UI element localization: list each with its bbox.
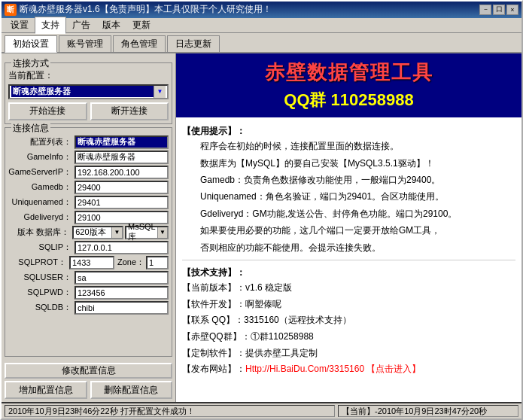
sqluser-value[interactable]: sa xyxy=(74,271,169,285)
tech-row-label: 【发布网站】： xyxy=(182,361,245,378)
stop-connect-button[interactable]: 断开连接 xyxy=(90,102,169,120)
usage-line: 数据库为【MySQL】的要自己安装【MySQL3.5.1驱动】！ xyxy=(182,156,515,171)
sqldb-value[interactable]: chibi xyxy=(74,301,169,315)
tech-row: 【定制软件】：提供赤壁工具定制 xyxy=(182,345,515,362)
window-title: 断魂赤壁服务器v1.6【免责声明】本工具仅限于个人研究使用！ xyxy=(20,3,479,16)
tab-log[interactable]: 日志更新 xyxy=(167,35,220,52)
current-config-row: 当前配置： xyxy=(8,69,169,82)
delete-config-button[interactable]: 删除配置信息 xyxy=(90,381,173,399)
menu-settings[interactable]: 设置 xyxy=(5,17,35,33)
tab-character[interactable]: 角色管理 xyxy=(113,35,166,52)
tech-row: 【发布网站】：Http://Hi.BaiDu.Com/3315160 【点击进入… xyxy=(182,361,515,378)
status-bar: 2010年10月9日23时46分22秒 打开配置文件成功！ 【当前】-2010年… xyxy=(2,402,521,418)
menu-update[interactable]: 更新 xyxy=(126,17,157,33)
config-select-value: 断魂赤壁服务器 xyxy=(11,86,154,97)
conn-type-title: 连接方式 xyxy=(11,57,50,70)
tech-row-value: v1.6 稳定版 xyxy=(245,280,292,297)
db-value: MsSQL库 xyxy=(126,222,157,242)
divider xyxy=(182,260,515,260)
config-list-label: 配置列表： xyxy=(8,136,74,148)
close-button[interactable]: × xyxy=(506,5,518,15)
tab-account[interactable]: 账号管理 xyxy=(59,35,111,52)
uniquenamed-value[interactable]: 29401 xyxy=(74,196,169,209)
menu-bar: 设置 支持 广告 版本 更新 xyxy=(2,18,521,33)
main-content: 连接方式 当前配置： 断魂赤壁服务器 ▼ 开始连接 断开连接 xyxy=(2,53,521,402)
tech-row: 【当前版本】：v1.6 稳定版 xyxy=(182,280,515,297)
sqlpwd-label: SQLPWD： xyxy=(8,287,74,298)
add-delete-row: 增加配置信息 删除配置信息 xyxy=(5,381,172,399)
sqluser-label: SQLUSER： xyxy=(8,272,74,283)
tech-row-label: 【当前版本】： xyxy=(182,280,245,297)
config-select-row: 断魂赤壁服务器 ▼ xyxy=(8,84,169,99)
select-arrow-icon[interactable]: ▼ xyxy=(154,86,166,98)
game-server-ip-row: GameServerIP： 192.168.200.100 xyxy=(8,166,169,179)
tech-row-value[interactable]: Http://Hi.BaiDu.Com/3315160 【点击进入】 xyxy=(245,361,421,378)
title-bar-buttons: － 口 × xyxy=(479,5,518,15)
config-select[interactable]: 断魂赤壁服务器 ▼ xyxy=(8,84,169,99)
start-connect-button[interactable]: 开始连接 xyxy=(8,102,87,120)
zone-label: Zone： xyxy=(117,257,144,268)
tech-row: 【赤壁QQ群】：①群110258988 xyxy=(182,329,515,345)
sqlip-row: SQLIP： 127.0.0.1 xyxy=(8,241,169,254)
tech-row-label: 【定制软件】： xyxy=(182,345,245,362)
game-info-row: GameInfo： 断魂赤壁服务器 xyxy=(8,151,169,164)
uniquenamed-row: Uniquenamed： 29401 xyxy=(8,196,169,209)
game-info-label: GameInfo： xyxy=(8,151,74,163)
current-config-label: 当前配置： xyxy=(8,69,53,82)
menu-ad[interactable]: 广告 xyxy=(66,17,96,33)
sqldb-row: SQLDB： chibi xyxy=(8,301,169,315)
tech-rows: 【当前版本】：v1.6 稳定版【软件开发】：啊塑傣呢【联系 QQ】：331516… xyxy=(182,280,515,378)
db-select[interactable]: MsSQL库 ▼ xyxy=(125,226,169,239)
menu-version[interactable]: 版本 xyxy=(96,17,126,33)
version-label: 版本 数据库： xyxy=(8,227,72,238)
config-list-value[interactable]: 断魂赤壁服务器 xyxy=(74,135,169,149)
gdeliveryd-label: Gdeliveryd： xyxy=(8,212,74,223)
game-info-value[interactable]: 断魂赤壁服务器 xyxy=(74,151,169,164)
tab-initial[interactable]: 初始设置 xyxy=(5,35,57,53)
db-arrow-icon[interactable]: ▼ xyxy=(157,227,167,238)
version-row: 版本 数据库： 620版本 ▼ MsSQL库 ▼ xyxy=(8,226,169,239)
minimize-button[interactable]: － xyxy=(479,5,491,15)
sqlip-value[interactable]: 127.0.0.1 xyxy=(74,241,169,254)
tech-row-value: 提供赤壁工具定制 xyxy=(245,345,318,362)
add-config-button[interactable]: 增加配置信息 xyxy=(5,381,87,399)
sqlip-label: SQLIP： xyxy=(8,242,74,253)
tech-row-label: 【联系 QQ】： xyxy=(182,312,244,329)
sqldb-label: SQLDB： xyxy=(8,302,74,313)
config-list-row: 配置列表： 断魂赤壁服务器 xyxy=(8,135,169,149)
maximize-button[interactable]: 口 xyxy=(493,5,505,15)
gamedb-row: Gamedb： 29400 xyxy=(8,181,169,194)
right-panel: 赤壁数据管理工具 QQ群 110258988 【使用提示】： 程序会在初始的时候… xyxy=(176,53,521,402)
gamedb-label: Gamedb： xyxy=(8,181,74,193)
version-select[interactable]: 620版本 ▼ xyxy=(72,226,123,239)
tech-row-value: 啊塑傣呢 xyxy=(245,297,281,313)
game-server-ip-label: GameServerIP： xyxy=(8,166,74,178)
status-left: 2010年10月9日23时46分22秒 打开配置文件成功！ xyxy=(5,405,335,417)
usage-lines: 程序会在初始的时候，连接配置里面的数据连接。数据库为【MySQL】的要自己安装【… xyxy=(182,138,515,255)
tab-bar: 初始设置 账号管理 角色管理 日志更新 xyxy=(2,33,521,53)
game-server-ip-value[interactable]: 192.168.200.100 xyxy=(74,166,169,179)
tech-row: 【联系 QQ】：3315160（远程技术支持） xyxy=(182,312,515,329)
conn-info-title: 连接信息 xyxy=(11,122,50,135)
gamedb-value[interactable]: 29400 xyxy=(74,181,169,194)
uniquenamed-label: Uniquenamed： xyxy=(8,196,74,208)
modify-config-button[interactable]: 修改配置信息 xyxy=(5,363,172,379)
version-value: 620版本 xyxy=(74,227,111,238)
conn-buttons: 开始连接 断开连接 xyxy=(8,102,169,120)
tech-row-value: 3315160（远程技术支持） xyxy=(244,312,351,329)
status-right: 【当前】-2010年10月9日23时47分20秒 xyxy=(338,405,518,417)
tech-title: 【技术支持】： xyxy=(182,265,515,280)
tech-row-value: ①群110258988 xyxy=(251,329,314,345)
banner-qq: QQ群 110258988 xyxy=(184,89,514,111)
tech-row-label: 【软件开发】： xyxy=(182,297,245,313)
sqlpwd-value[interactable]: 123456 xyxy=(74,286,169,300)
title-bar: 断 断魂赤壁服务器v1.6【免责声明】本工具仅限于个人研究使用！ － 口 × xyxy=(2,2,521,18)
app-icon: 断 xyxy=(5,4,17,16)
sqluser-row: SQLUSER： sa xyxy=(8,271,169,285)
usage-line: 如果要使用必要的功能，这几个端口一定要开放给GM工具， xyxy=(182,223,515,238)
menu-support[interactable]: 支持 xyxy=(35,17,66,34)
zone-value[interactable]: 1 xyxy=(146,256,169,269)
usage-line: Uniquenamed：角色名验证，端口为29401。合区功能使用。 xyxy=(182,189,515,204)
sqlprot-value[interactable]: 1433 xyxy=(69,256,114,269)
version-arrow-icon[interactable]: ▼ xyxy=(111,227,122,238)
